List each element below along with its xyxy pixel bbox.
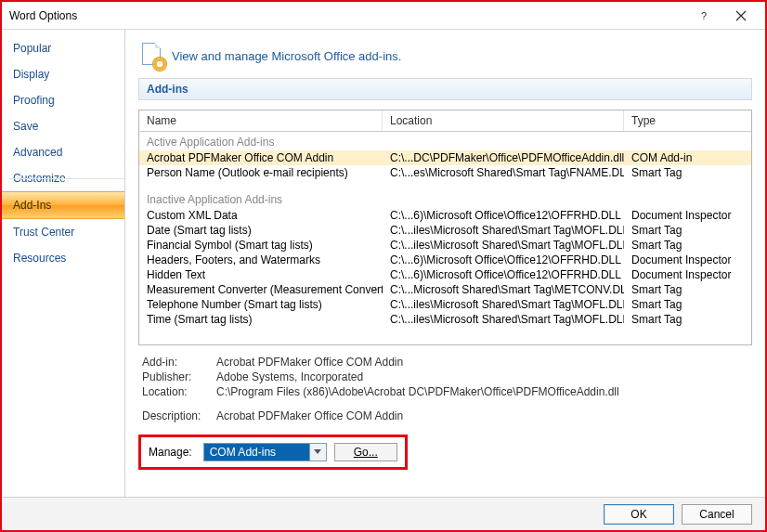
col-header-location[interactable]: Location <box>383 110 624 131</box>
addin-row[interactable]: Date (Smart tag lists) C:\...iles\Micros… <box>139 223 751 238</box>
close-button[interactable] <box>722 3 760 29</box>
addins-icon <box>138 43 164 69</box>
addin-row[interactable]: Acrobat PDFMaker Office COM Addin C:\...… <box>139 150 751 165</box>
detail-label-description: Description: <box>142 409 216 422</box>
addin-row[interactable]: Person Name (Outlook e-mail recipients) … <box>139 165 751 180</box>
manage-dropdown[interactable]: COM Add-ins <box>203 443 327 461</box>
sidebar-item-advanced[interactable]: Advanced <box>2 139 124 165</box>
sidebar-item-addins[interactable]: Add-Ins <box>2 191 124 219</box>
sidebar-nav: Popular Display Proofing Save Advanced C… <box>2 30 125 497</box>
go-button[interactable]: Go... <box>334 443 397 461</box>
grid-header: Name Location Type <box>139 110 751 132</box>
sidebar-item-proofing[interactable]: Proofing <box>2 87 124 113</box>
detail-label-location: Location: <box>142 385 216 398</box>
addin-row[interactable]: Custom XML Data C:\...6)\Microsoft Offic… <box>139 208 751 223</box>
detail-value-publisher: Adobe Systems, Incorporated <box>216 370 748 383</box>
group-active-label: Active Application Add-ins <box>139 134 751 150</box>
detail-value-location: C:\Program Files (x86)\Adobe\Acrobat DC\… <box>216 385 748 398</box>
cancel-button[interactable]: Cancel <box>682 504 752 525</box>
title-bar: Word Options ? <box>2 2 765 30</box>
detail-value-addin: Acrobat PDFMaker Office COM Addin <box>216 356 748 369</box>
svg-text:?: ? <box>701 10 707 21</box>
group-inactive-label: Inactive Application Add-ins <box>139 191 751 208</box>
help-button[interactable]: ? <box>685 3 722 29</box>
manage-dropdown-value: COM Add-ins <box>204 444 309 461</box>
sidebar-item-customize[interactable]: Customize <box>2 165 124 191</box>
addin-row[interactable]: Time (Smart tag lists) C:\...iles\Micros… <box>139 312 751 327</box>
addin-row[interactable]: Hidden Text C:\...6)\Microsoft Office\Of… <box>139 267 751 282</box>
addin-row[interactable]: Telephone Number (Smart tag lists) C:\..… <box>139 297 751 312</box>
help-icon: ? <box>698 10 709 21</box>
manage-panel: Manage: COM Add-ins Go... <box>138 435 408 470</box>
addin-row[interactable]: Headers, Footers, and Watermarks C:\...6… <box>139 253 751 267</box>
sidebar-item-display[interactable]: Display <box>2 61 124 87</box>
chevron-down-icon <box>309 444 326 461</box>
addins-list: Name Location Type Active Application Ad… <box>138 110 752 345</box>
close-icon <box>735 10 747 21</box>
content-pane: View and manage Microsoft Office add-ins… <box>125 30 765 497</box>
sidebar-item-trust-center[interactable]: Trust Center <box>2 219 124 245</box>
sidebar-item-popular[interactable]: Popular <box>2 35 124 61</box>
sidebar-item-save[interactable]: Save <box>2 113 124 139</box>
ok-button[interactable]: OK <box>604 504 674 525</box>
page-subtitle: View and manage Microsoft Office add-ins… <box>172 49 401 63</box>
addin-details: Add-in:Acrobat PDFMaker Office COM Addin… <box>138 345 752 429</box>
section-heading: Add-ins <box>138 78 752 100</box>
detail-label-addin: Add-in: <box>142 356 216 369</box>
dialog-footer: OK Cancel <box>2 497 765 530</box>
detail-value-description: Acrobat PDFMaker Office COM Addin <box>216 409 748 422</box>
addin-row[interactable]: Financial Symbol (Smart tag lists) C:\..… <box>139 238 751 253</box>
sidebar-item-resources[interactable]: Resources <box>2 245 124 271</box>
detail-label-publisher: Publisher: <box>142 370 216 383</box>
manage-label: Manage: <box>149 446 192 459</box>
col-header-name[interactable]: Name <box>139 110 383 131</box>
addin-row[interactable]: Measurement Converter (Measurement Conve… <box>139 282 751 297</box>
window-title: Word Options <box>9 9 685 22</box>
col-header-type[interactable]: Type <box>624 110 751 131</box>
